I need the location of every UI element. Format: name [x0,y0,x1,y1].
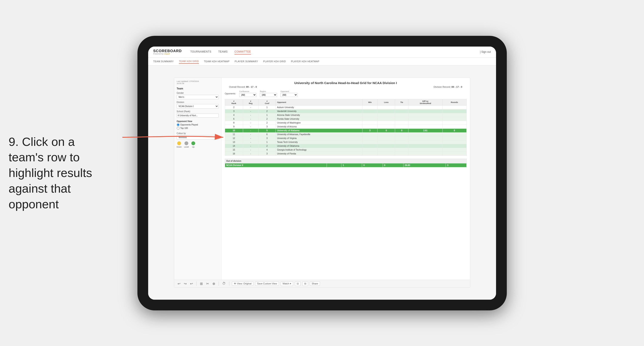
sidebar-timestamp: Last Updated: 27/03/2024 16:55:38 [177,80,218,84]
cell-opponent: University of Washington [276,121,362,125]
toolbar-cut[interactable]: ✂ [205,281,210,286]
cell-win: 3 [362,128,378,132]
legend-dot-down [177,141,181,145]
table-row[interactable]: 9-3University of Arizona [225,125,466,128]
radio-top100[interactable]: Top 100 [177,127,218,130]
toolbar-add[interactable]: ⊕ [212,281,216,286]
cell-tie [395,105,408,109]
cell-win [362,117,378,121]
toolbar-back[interactable]: ↩ [189,281,194,286]
sub-nav-player-h2h-grid[interactable]: PLAYER H2H GRID [263,59,286,63]
region-select[interactable]: (All) [260,93,277,97]
cell-opponent: Auburn University [276,105,362,109]
table-row[interactable]: 6-2Florida State University [225,117,466,121]
toolbar-clock[interactable]: ⏱ [222,281,226,286]
cell-rounds [442,121,466,125]
filter-opponent: Opponent (All) [280,90,298,97]
tablet-screen: SCOREBOARD Powered by clippd TOURNAMENTS… [148,46,496,300]
toolbar-icon1[interactable]: ⊡ [295,282,301,286]
cell-reg: - [243,144,258,148]
table-row[interactable]: 3-2Vanderbilt University [225,109,466,113]
table-row[interactable]: 8-2University of Washington [225,121,466,125]
cell-win [362,136,378,140]
cell-rank: 3 [225,109,243,113]
toolbar-icon2[interactable]: ⊟ [302,282,308,286]
table-row[interactable]: 11-6University of Arkansas, Fayetteville [225,132,466,136]
sidebar-division-select[interactable]: NCAA Division I [177,104,218,108]
cell-tie [395,109,408,113]
cell-rounds: 8 [442,128,466,132]
cell-rounds [442,132,466,136]
colour-section: Colour by Win/loss Down [177,132,218,148]
conference-select[interactable]: (All) [239,93,256,97]
annotation-line4: against that [8,181,92,197]
annotation-line2: team's row to [8,149,92,165]
out-of-division-table: NCAA Division II 1 0 0 26.00 3 [225,163,467,167]
table-row[interactable]: 16-3University of Florida [225,152,466,156]
cell-rank: 6 [225,117,243,121]
cell-opponent: Arizona State University [276,113,362,117]
sidebar-gender-select[interactable]: Men's [177,95,218,99]
legend-row: Down Level Up [177,141,218,148]
cell-rounds [442,144,466,148]
legend-down: Down [177,141,182,148]
sidebar-school-value[interactable]: 4 University of Nort... [177,113,218,118]
share-button[interactable]: Share [310,282,320,286]
sub-nav-team-summary[interactable]: TEAM SUMMARY [153,59,174,63]
cell-loss [378,144,395,148]
ncaa-division-row[interactable]: NCAA Division II 1 0 0 26.00 3 [225,163,466,167]
cell-conf: 3 [258,136,276,140]
ncaa-division-diff: 26.00 [403,163,446,167]
radio-opponents-played[interactable]: Opponents Played [177,123,218,126]
toolbar-undo[interactable]: ↩ [177,281,181,286]
cell-win [362,140,378,144]
cell-win [362,132,378,136]
opponents-label: Opponents: [225,92,236,95]
ncaa-division-loss: 0 [362,163,383,167]
table-row[interactable]: 12-3University of Virginia [225,136,466,140]
cell-rank: 14 [225,144,243,148]
nav-teams[interactable]: TEAMS [218,49,228,54]
sub-nav-player-summary[interactable]: PLAYER SUMMARY [235,59,258,63]
cell-diff [408,152,442,156]
view-original-button[interactable]: 👁 View: Original [232,282,254,286]
colour-by-select[interactable]: Win/loss [177,135,218,140]
toolbar-grid[interactable]: ⊞ [199,281,204,286]
cell-opponent: University of Arkansas, Fayetteville [276,132,362,136]
cell-conf: 2 [258,109,276,113]
toolbar-sep1 [196,282,196,286]
cell-reg: - [243,125,258,128]
opponent-select[interactable]: (All) [280,93,298,97]
filter-conference: Conference (All) [239,90,256,97]
table-row[interactable]: 14-2University of Oklahoma [225,144,466,148]
col-reg: #Reg [243,99,258,105]
toolbar-redo[interactable]: ↪ [183,281,188,286]
cell-reg: - [243,121,258,125]
sign-out-button[interactable]: Sign out [481,50,491,53]
table-row[interactable]: 15-4Georgia Institute of Technology [225,148,466,152]
table-row[interactable]: 13-1Texas Tech University [225,140,466,144]
sub-nav-team-h2h-heatmap[interactable]: TEAM H2H HEATMAP [204,59,230,63]
cell-win [362,121,378,125]
col-rank: #Rank [225,99,243,105]
sidebar-team-title: Team [177,87,218,90]
cell-opponent: Vanderbilt University [276,109,362,113]
nav-committee[interactable]: COMMITTEE [234,49,251,54]
table-row[interactable]: 4-1Arizona State University [225,113,466,117]
watch-button[interactable]: Watch ▾ [281,282,293,286]
cell-diff [408,148,442,152]
sub-nav-team-h2h-grid[interactable]: TEAM H2H GRID [179,59,199,64]
table-row[interactable]: 2-1Auburn University [225,105,466,109]
grid-area: University of North Carolina Head-to-Hea… [222,78,470,280]
save-custom-view-button[interactable]: Save Custom View [255,282,279,286]
cell-diff [408,105,442,109]
nav-tournaments[interactable]: TOURNAMENTS [190,49,211,54]
annotation: 9. Click on a team's row to highlight re… [8,134,92,212]
sub-nav-player-h2h-heatmap[interactable]: PLAYER H2H HEATMAP [291,59,319,63]
cell-win [362,105,378,109]
cell-rounds [442,113,466,117]
sidebar: Last Updated: 27/03/2024 16:55:38 Team G… [174,78,222,280]
table-row[interactable]: 10-5University of Alabama3002.618 [225,128,466,132]
cell-reg: - [243,140,258,144]
cell-tie [395,144,408,148]
